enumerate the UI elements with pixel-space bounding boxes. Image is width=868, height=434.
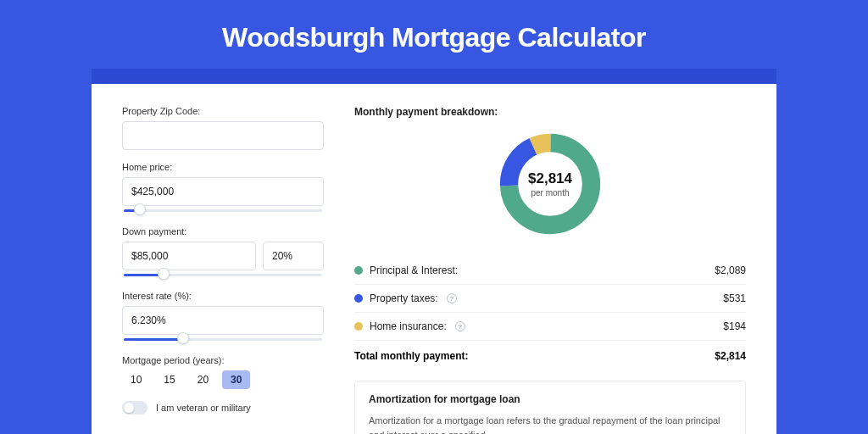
down-payment-label: Down payment: <box>122 226 324 236</box>
toggle-knob <box>124 403 134 413</box>
down-payment-amount-input[interactable] <box>122 242 256 270</box>
form-panel: Property Zip Code: Home price: Down paym… <box>122 106 324 434</box>
slider-thumb[interactable] <box>134 203 146 215</box>
calculator-card: Property Zip Code: Home price: Down paym… <box>92 84 776 434</box>
veteran-toggle[interactable] <box>122 401 147 415</box>
legend-value: $531 <box>723 292 746 304</box>
legend-label: Property taxes: <box>370 292 438 304</box>
interest-rate-label: Interest rate (%): <box>122 291 324 301</box>
info-icon[interactable]: ? <box>455 321 465 331</box>
down-payment-percent-input[interactable] <box>263 242 324 270</box>
breakdown-panel: Monthly payment breakdown: $2,814 per mo… <box>354 106 746 434</box>
donut-center-amount: $2,814 <box>528 170 572 187</box>
period-option-15[interactable]: 15 <box>155 370 183 389</box>
down-payment-slider[interactable] <box>124 272 322 279</box>
home-price-label: Home price: <box>122 162 324 172</box>
amortization-title: Amortization for mortgage loan <box>369 393 732 405</box>
amortization-text: Amortization for a mortgage loan refers … <box>369 414 732 434</box>
legend-dot-icon <box>354 322 363 331</box>
zip-label: Property Zip Code: <box>122 106 324 116</box>
period-option-20[interactable]: 20 <box>189 370 217 389</box>
info-icon[interactable]: ? <box>447 293 457 303</box>
mortgage-period-group: 10152030 <box>122 370 324 389</box>
period-option-30[interactable]: 30 <box>222 370 250 389</box>
zip-input[interactable] <box>122 121 324 150</box>
breakdown-title: Monthly payment breakdown: <box>354 106 746 118</box>
total-value: $2,814 <box>715 350 746 362</box>
interest-rate-input[interactable] <box>122 306 324 335</box>
legend-value: $2,089 <box>715 264 746 276</box>
legend-dot-icon <box>354 266 363 275</box>
total-label: Total monthly payment: <box>354 350 468 362</box>
mortgage-period-label: Mortgage period (years): <box>122 355 324 365</box>
legend-dot-icon <box>354 294 363 303</box>
legend-row-2: Home insurance:?$194 <box>354 313 746 341</box>
donut-center-sub: per month <box>531 188 569 198</box>
legend: Principal & Interest:$2,089Property taxe… <box>354 257 746 341</box>
page-title: Woodsburgh Mortgage Calculator <box>0 0 868 69</box>
legend-label: Home insurance: <box>370 320 447 332</box>
amortization-card: Amortization for mortgage loan Amortizat… <box>354 381 746 434</box>
legend-row-1: Property taxes:?$531 <box>354 285 746 313</box>
interest-rate-slider[interactable] <box>124 337 322 343</box>
period-option-10[interactable]: 10 <box>122 370 150 389</box>
home-price-input[interactable] <box>122 177 324 206</box>
veteran-label: I am veteran or military <box>156 403 251 413</box>
home-price-slider[interactable] <box>124 208 322 214</box>
slider-thumb[interactable] <box>177 332 189 344</box>
legend-row-0: Principal & Interest:$2,089 <box>354 257 746 285</box>
slider-thumb[interactable] <box>158 268 170 280</box>
legend-value: $194 <box>723 320 746 332</box>
legend-label: Principal & Interest: <box>370 264 458 276</box>
payment-donut-chart: $2,814 per month <box>496 130 604 238</box>
calculator-shell: Property Zip Code: Home price: Down paym… <box>92 69 776 434</box>
